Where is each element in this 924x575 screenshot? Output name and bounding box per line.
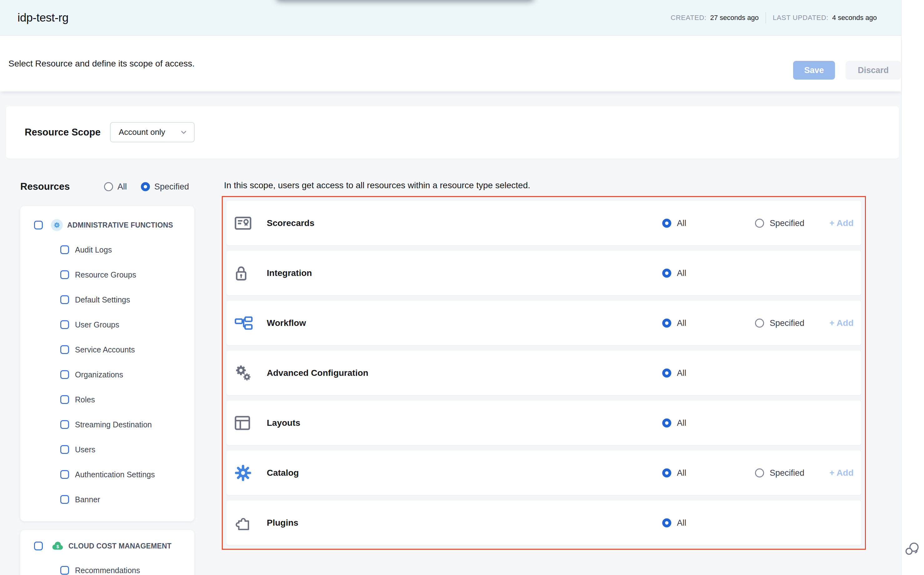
resource-item-user-groups: User Groups <box>20 312 194 337</box>
cloud-dollar-icon: $ <box>51 541 64 551</box>
group-checkbox[interactable] <box>34 221 43 229</box>
radio-unselected-icon[interactable] <box>104 182 113 191</box>
resource-types-highlight-box: ScorecardsAllSpecified+ Add IntegrationA… <box>222 196 866 550</box>
resource-item-label: Organizations <box>75 370 123 379</box>
resource-type-label: Layouts <box>267 418 300 428</box>
scope-note: In this scope, users get access to all r… <box>224 180 530 191</box>
radio-specified[interactable]: Specified <box>755 318 805 328</box>
checkbox[interactable] <box>60 495 69 504</box>
radio-all[interactable]: All <box>662 368 686 378</box>
resources-list: Audit LogsResource GroupsDefault Setting… <box>20 237 194 512</box>
checkbox[interactable] <box>60 420 69 429</box>
page-title: idp-test-rg <box>18 11 69 24</box>
resource-type-row-advanced-configuration: Advanced ConfigurationAll <box>226 351 861 395</box>
checkbox[interactable] <box>60 445 69 454</box>
radio-all[interactable]: All <box>662 268 686 278</box>
radio-selected-icon[interactable] <box>662 369 671 377</box>
group-checkbox[interactable] <box>34 542 43 550</box>
checkbox[interactable] <box>60 345 69 354</box>
toolbar-subtitle: Select Resource and define its scope of … <box>8 59 194 69</box>
resource-item-label: Service Accounts <box>75 345 135 354</box>
radio-selected-icon[interactable] <box>141 182 150 191</box>
resource-item-service-accounts: Service Accounts <box>20 337 194 362</box>
resource-type-row-layouts: LayoutsAll <box>226 400 861 445</box>
created-meta: CREATED: 27 seconds ago <box>671 14 759 22</box>
checkbox[interactable] <box>60 295 69 304</box>
resource-scope-dropdown[interactable]: Account only <box>110 122 194 142</box>
add-link[interactable]: + Add <box>829 318 854 328</box>
resource-type-label: Plugins <box>267 518 298 528</box>
lock-icon <box>234 265 248 281</box>
group-header-cloud-cost-management: $ CLOUD COST MANAGEMENT <box>20 537 194 555</box>
gears-icon <box>234 365 252 381</box>
radio-selected-icon[interactable] <box>662 268 671 278</box>
radio-all[interactable]: All <box>662 468 686 478</box>
resource-item-label: Default Settings <box>75 295 130 304</box>
resource-group-card-administrative-functions: ADMINISTRATIVE FUNCTIONS Audit LogsResou… <box>20 206 194 521</box>
checkbox[interactable] <box>60 320 69 329</box>
page-header: idp-test-rg CREATED: 27 seconds ago LAST… <box>0 0 901 36</box>
updated-value: 4 seconds ago <box>832 14 877 22</box>
radio-selected-icon[interactable] <box>662 518 671 527</box>
resource-type-row-integration: IntegrationAll <box>226 251 861 295</box>
radio-specified[interactable]: Specified <box>755 468 805 478</box>
radio-selected-icon[interactable] <box>662 318 671 327</box>
app-container: idp-test-rg CREATED: 27 seconds ago LAST… <box>0 0 902 575</box>
resource-item-streaming-destination: Streaming Destination <box>20 412 194 437</box>
resources-title: Resources <box>20 181 70 192</box>
created-label: CREATED: <box>671 14 706 22</box>
checkbox[interactable] <box>60 270 69 279</box>
radio-unselected-icon[interactable] <box>755 219 764 227</box>
radio-all[interactable]: All <box>662 318 686 328</box>
radio-all[interactable]: All <box>662 218 686 228</box>
radio-selected-icon[interactable] <box>662 468 671 477</box>
resource-item-authentication-settings: Authentication Settings <box>20 462 194 487</box>
workflow-icon <box>234 316 253 330</box>
checkbox[interactable] <box>60 245 69 254</box>
scorecard-icon <box>234 216 252 230</box>
resource-type-label: Advanced Configuration <box>267 368 368 378</box>
header-meta: CREATED: 27 seconds ago LAST UPDATED: 4 … <box>671 0 877 35</box>
resource-type-label: Scorecards <box>267 218 315 228</box>
resources-radio-specified[interactable]: Specified <box>141 182 189 192</box>
chat-bubbles-icon[interactable] <box>905 542 920 557</box>
add-link[interactable]: + Add <box>829 468 854 478</box>
resource-scope-value: Account only <box>119 127 165 137</box>
radio-all[interactable]: All <box>662 418 686 428</box>
resource-group-card-cloud-cost-management: $ CLOUD COST MANAGEMENT Recommendations <box>20 530 194 575</box>
resource-item-default-settings: Default Settings <box>20 287 194 312</box>
resource-item-recommendations: Recommendations <box>20 558 194 575</box>
resource-scope-label: Resource Scope <box>25 127 100 138</box>
checkbox[interactable] <box>60 370 69 379</box>
checkbox[interactable] <box>60 395 69 404</box>
resource-item-label: Users <box>75 445 95 454</box>
resource-rows: ScorecardsAllSpecified+ Add IntegrationA… <box>226 201 861 545</box>
layout-icon <box>234 416 250 430</box>
radio-unselected-icon[interactable] <box>755 318 764 327</box>
checkbox[interactable] <box>60 470 69 479</box>
radio-selected-icon[interactable] <box>662 418 671 427</box>
resource-type-row-scorecards: ScorecardsAllSpecified+ Add <box>226 201 861 245</box>
resource-type-row-workflow: WorkflowAllSpecified+ Add <box>226 300 861 345</box>
resources-header: Resources All Specified <box>20 178 194 195</box>
resource-item-organizations: Organizations <box>20 362 194 387</box>
resource-item-banner: Banner <box>20 487 194 512</box>
resource-item-label: Audit Logs <box>75 245 112 254</box>
discard-button[interactable]: Discard <box>846 61 901 79</box>
resource-item-label: Authentication Settings <box>75 470 155 479</box>
radio-selected-icon[interactable] <box>662 219 671 227</box>
radio-unselected-icon[interactable] <box>755 468 764 477</box>
resources-radio-all[interactable]: All <box>104 182 127 192</box>
meta-divider <box>766 12 766 24</box>
resource-item-resource-groups: Resource Groups <box>20 262 194 287</box>
checkbox[interactable] <box>60 566 69 575</box>
puzzle-icon <box>234 515 250 531</box>
add-link[interactable]: + Add <box>829 218 854 228</box>
resource-type-row-plugins: PluginsAll <box>226 500 861 545</box>
resource-item-users: Users <box>20 437 194 462</box>
radio-specified[interactable]: Specified <box>755 218 805 228</box>
save-button[interactable]: Save <box>793 61 835 79</box>
gear-icon <box>234 464 252 481</box>
group-label: ADMINISTRATIVE FUNCTIONS <box>67 221 173 229</box>
radio-all[interactable]: All <box>662 518 686 527</box>
